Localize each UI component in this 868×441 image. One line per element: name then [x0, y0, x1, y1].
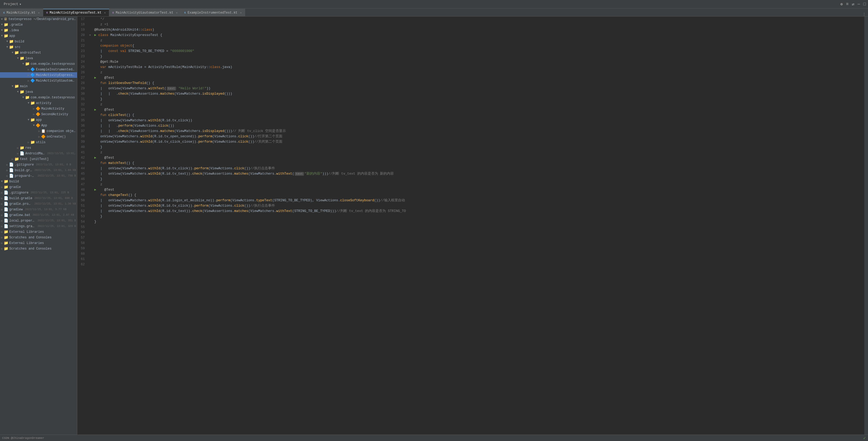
arrow[interactable]: ▼ [22, 96, 24, 99]
run-indicator[interactable]: ▶ [94, 33, 98, 37]
arrow[interactable]: ▼ [6, 40, 8, 43]
sidebar-item-scratches[interactable]: ▷ 📁 Scratches and Consoles [0, 246, 77, 252]
arrow[interactable]: ▷ [28, 79, 29, 82]
arrow[interactable]: ▷ [17, 152, 19, 155]
arrow[interactable]: ▼ [33, 124, 35, 127]
fold-button[interactable]: ▼ [88, 32, 92, 38]
arrow[interactable]: ▼ [17, 90, 19, 93]
code-area[interactable]: 1718192021222323242526272829303132333435… [77, 17, 868, 435]
sidebar-tree-item[interactable]: ▷🔷MainActivityEspressoTest [0, 72, 77, 78]
maximize-icon[interactable]: □ [863, 2, 866, 7]
code-content[interactable]: */ z +1@RunWith(AndroidJUnit4::class)▶ c… [92, 17, 864, 435]
sidebar-tree-item[interactable]: ▷🔷MainActivityUiautomatorTe... [0, 78, 77, 84]
arrow[interactable]: ▷ [1, 230, 3, 234]
arrow[interactable]: ▷ [38, 129, 40, 133]
arrow[interactable]: ▷ [1, 213, 3, 217]
arrow[interactable]: ▷ [28, 68, 29, 71]
run-indicator[interactable]: ▶ [94, 76, 98, 80]
sidebar-tree-item[interactable]: ▼📁app [0, 33, 77, 39]
sidebar-tree-item[interactable]: ▷📁utils [0, 140, 77, 145]
root-arrow[interactable]: ▼ [1, 18, 3, 21]
sidebar-tree-item[interactable]: ▼📁build [0, 39, 77, 44]
tab-close-button[interactable]: ✕ [104, 11, 106, 14]
arrow[interactable]: ▼ [1, 23, 3, 26]
run-indicator[interactable]: ▶ [94, 156, 98, 160]
sidebar-tree-item[interactable]: ▷📄AndroidManifest.xml2022/11/25, 13:01, [0, 151, 77, 156]
arrow[interactable]: ▼ [12, 85, 13, 88]
arrow[interactable]: ▼ [1, 29, 3, 32]
arrow[interactable]: ▷ [1, 225, 3, 228]
sidebar-tree-item[interactable]: ▼📁activity [0, 100, 77, 106]
tab-espressotest[interactable]: K MainActivityEspressoTest.kt ✕ [43, 9, 109, 16]
sidebar-tree-item[interactable]: ▼📁.idea [0, 27, 77, 33]
arrow[interactable]: ▼ [1, 180, 3, 183]
swap-icon[interactable]: ⇄ [852, 2, 855, 7]
sidebar-tree-item[interactable]: ▼📁com.exmple.testespresso [0, 95, 77, 100]
sidebar-tree-item[interactable]: ▼📁build [0, 179, 77, 184]
arrow[interactable]: ▷ [1, 236, 3, 239]
sidebar-tree-item[interactable]: ▷📄.gitignore2022/11/25, 13:01, 6 B [0, 162, 77, 168]
sidebar-tree-item[interactable]: ▷📋companion object [0, 128, 77, 134]
arrow[interactable]: ▼ [6, 46, 8, 49]
sidebar-tree-item[interactable]: ▼📁java [0, 55, 77, 61]
tabs-overflow-button[interactable]: ⋮ [860, 12, 868, 16]
sidebar-tree-item[interactable]: ▷🔶MainActivity [0, 106, 77, 112]
sidebar-tree-item[interactable]: ▷📄build.gradle2022/11/25, 13:01, 690 B [0, 196, 77, 201]
arrow[interactable]: ▷ [1, 191, 3, 195]
sidebar-tree-item[interactable]: ▼📁main [0, 84, 77, 89]
arrow[interactable]: ▷ [28, 74, 29, 77]
sidebar-tree-item[interactable]: ▷📁test [unitTest] [0, 156, 77, 162]
sidebar-tree-item[interactable]: ▷🔶SecondActivity [0, 112, 77, 117]
sidebar-tree-item[interactable]: ▼📁.gradle [0, 22, 77, 27]
sidebar-tree-item[interactable]: ▷📄proguard-rules.pro2022/11/25, 13:01, 7… [0, 173, 77, 179]
tab-close-button[interactable]: ✕ [176, 11, 178, 14]
sidebar-tree-item[interactable]: ▷📄build.gradle2022/11/25, 13:01, 1.84 kB [0, 168, 77, 173]
tab-instrumentedtest[interactable]: K ExampleInstrumentedTest.kt ✕ [181, 9, 245, 16]
arrow[interactable]: ▷ [1, 241, 3, 245]
sidebar-tree-item[interactable]: ▷🔷ExampleInstrumentedTest [0, 67, 77, 72]
arrow[interactable]: ▼ [12, 51, 13, 54]
tab-close-button[interactable]: ✕ [38, 11, 40, 14]
sidebar-tree-item[interactable]: ▷📄gradlew.bat2022/11/25, 13:01, 2.67 kB [0, 212, 77, 218]
arrow[interactable]: ▼ [17, 57, 19, 60]
sidebar-tree-item[interactable]: ▼📁com.exmple.testespresso [0, 61, 77, 67]
tab-close-button[interactable]: ✕ [240, 11, 242, 14]
sidebar-tree-item[interactable]: ▷📁res [0, 145, 77, 151]
arrow[interactable]: ▷ [33, 107, 35, 110]
arrow[interactable]: ▷ [33, 113, 35, 116]
sidebar-tree-item[interactable]: ▷📁Scratches and Consoles [0, 235, 77, 240]
minimize-icon[interactable]: — [858, 2, 860, 7]
arrow[interactable]: ▷ [1, 208, 3, 211]
arrow[interactable]: ▷ [6, 169, 8, 172]
structure-icon[interactable]: ≡ [846, 2, 849, 7]
sidebar-tree-item[interactable]: ▷📄gradle.properties2022/11/25, 13:01, 1.… [0, 201, 77, 207]
sidebar-tree-item[interactable]: ▷📄gradlew2022/11/25, 13:01, 5.77 kB [0, 207, 77, 212]
arrow[interactable]: ▷ [17, 146, 19, 150]
sidebar-tree-item[interactable]: ▷📄.gitignore2022/11/25, 13:01, 225 B [0, 190, 77, 196]
arrow[interactable]: ▷ [12, 157, 13, 161]
tab-mainactivity[interactable]: K MainActivity.kt ✕ [0, 9, 43, 16]
project-dropdown[interactable]: Project ▾ [2, 2, 23, 7]
navigate-icon[interactable]: ⊕ [840, 2, 843, 7]
arrow[interactable]: ▷ [1, 247, 3, 251]
sidebar-tree-item[interactable]: ▷🔶onCreate() [0, 134, 77, 140]
arrow[interactable]: ▷ [6, 163, 8, 166]
arrow[interactable]: ▷ [6, 174, 8, 178]
arrow[interactable]: ▷ [1, 202, 3, 206]
arrow[interactable]: ▷ [38, 135, 40, 138]
arrow[interactable]: ▷ [1, 197, 3, 200]
sidebar-tree-item[interactable]: ▷📄settings.gradle2022/11/25, 13:01, 329 … [0, 224, 77, 229]
sidebar-tree-item[interactable]: ▷📄local.properties2022/11/25, 13:01, 351… [0, 218, 77, 224]
arrow[interactable]: ▷ [1, 185, 3, 189]
sidebar-tree-item[interactable]: ▷📁External Libraries [0, 229, 77, 235]
sidebar-root[interactable]: ▼ 🖥 testespresso ~/Desktop/android_proje… [0, 17, 77, 22]
run-indicator[interactable]: ▶ [94, 188, 98, 192]
arrow[interactable]: ▼ [1, 34, 3, 37]
sidebar-tree-item[interactable]: ▼📁app [0, 117, 77, 123]
sidebar-tree-item[interactable]: ▷📁gradle [0, 184, 77, 190]
arrow[interactable]: ▷ [28, 141, 29, 144]
arrow[interactable]: ▼ [28, 118, 29, 121]
sidebar-tree-item[interactable]: ▼📁androidTest [0, 50, 77, 55]
sidebar-tree-item[interactable]: ▼📁java [0, 89, 77, 95]
arrow[interactable]: ▷ [1, 219, 3, 223]
